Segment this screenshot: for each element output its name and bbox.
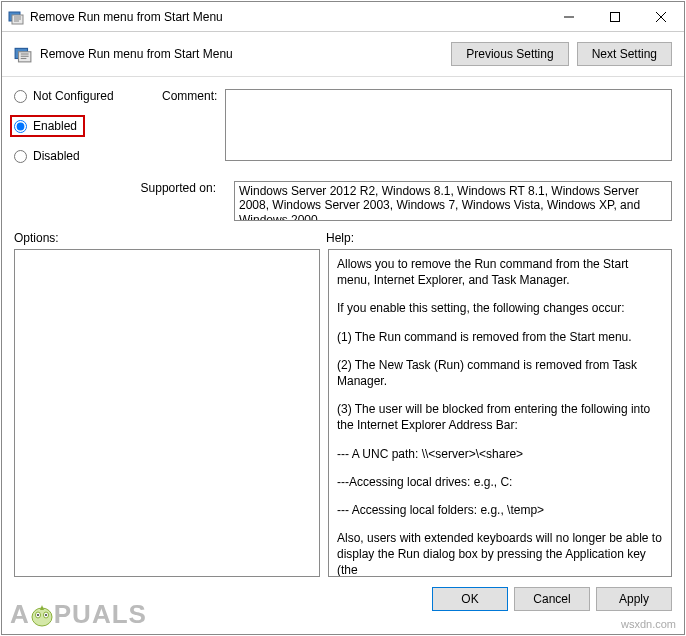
- comment-textarea[interactable]: [225, 89, 672, 161]
- help-text: (3) The user will be blocked from enteri…: [337, 401, 663, 433]
- help-text: ---Accessing local drives: e.g., C:: [337, 474, 663, 490]
- supported-on-box[interactable]: Windows Server 2012 R2, Windows 8.1, Win…: [234, 181, 672, 221]
- comment-label: Comment:: [162, 89, 217, 175]
- minimize-button[interactable]: [546, 2, 592, 31]
- ok-button[interactable]: OK: [432, 587, 508, 611]
- watermark-logo: A PUALS: [10, 599, 147, 630]
- radio-not-configured-label: Not Configured: [33, 89, 114, 103]
- window-title: Remove Run menu from Start Menu: [30, 10, 546, 24]
- help-text: --- Accessing local folders: e.g., \temp…: [337, 502, 663, 518]
- maximize-button[interactable]: [592, 2, 638, 31]
- radio-not-configured[interactable]: Not Configured: [14, 89, 144, 103]
- watermark-text-rest: PUALS: [54, 599, 147, 630]
- cancel-button[interactable]: Cancel: [514, 587, 590, 611]
- help-text: If you enable this setting, the followin…: [337, 300, 663, 316]
- radio-enabled[interactable]: Enabled: [14, 119, 77, 133]
- policy-editor-window: Remove Run menu from Start Menu Remove R…: [1, 1, 685, 635]
- options-label: Options:: [14, 231, 326, 245]
- window-controls: [546, 2, 684, 31]
- options-panel: [14, 249, 320, 577]
- radio-disabled-input[interactable]: [14, 150, 27, 163]
- titlebar: Remove Run menu from Start Menu: [2, 2, 684, 32]
- help-text: Allows you to remove the Run command fro…: [337, 256, 663, 288]
- help-text: (2) The New Task (Run) command is remove…: [337, 357, 663, 389]
- svg-point-14: [32, 608, 52, 626]
- watermark-url: wsxdn.com: [621, 618, 676, 630]
- supported-on-label: Supported on:: [14, 181, 222, 195]
- watermark-mascot-icon: [29, 602, 55, 628]
- radio-not-configured-input[interactable]: [14, 90, 27, 103]
- divider: [2, 76, 684, 77]
- radio-disabled[interactable]: Disabled: [14, 149, 144, 163]
- previous-setting-button[interactable]: Previous Setting: [451, 42, 568, 66]
- help-text: Also, users with extended keyboards will…: [337, 530, 663, 577]
- svg-point-18: [45, 614, 47, 616]
- radio-enabled-input[interactable]: [14, 120, 27, 133]
- help-text: --- A UNC path: \\<server>\<share>: [337, 446, 663, 462]
- header-row: Remove Run menu from Start Menu Previous…: [2, 32, 684, 70]
- next-setting-button[interactable]: Next Setting: [577, 42, 672, 66]
- gpedit-icon: [8, 9, 24, 25]
- highlight-annotation: Enabled: [10, 115, 85, 137]
- radio-disabled-label: Disabled: [33, 149, 80, 163]
- state-radio-group: Not Configured Enabled Disabled: [14, 89, 144, 175]
- svg-rect-6: [611, 12, 620, 21]
- help-label: Help:: [326, 231, 354, 245]
- radio-enabled-label: Enabled: [33, 119, 77, 133]
- close-button[interactable]: [638, 2, 684, 31]
- policy-title: Remove Run menu from Start Menu: [40, 47, 233, 61]
- help-text: (1) The Run command is removed from the …: [337, 329, 663, 345]
- policy-icon: [14, 45, 32, 63]
- apply-button[interactable]: Apply: [596, 587, 672, 611]
- help-panel[interactable]: Allows you to remove the Run command fro…: [328, 249, 672, 577]
- watermark-text-a: A: [10, 599, 30, 630]
- svg-point-17: [37, 614, 39, 616]
